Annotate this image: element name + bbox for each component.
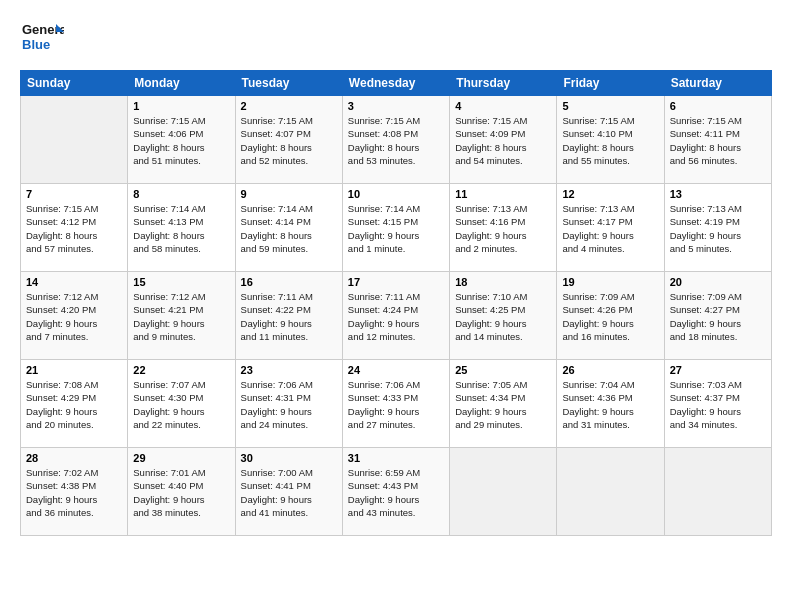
calendar-cell: 23Sunrise: 7:06 AMSunset: 4:31 PMDayligh…: [235, 360, 342, 448]
week-row-4: 21Sunrise: 7:08 AMSunset: 4:29 PMDayligh…: [21, 360, 772, 448]
calendar-cell: 12Sunrise: 7:13 AMSunset: 4:17 PMDayligh…: [557, 184, 664, 272]
calendar-cell: 16Sunrise: 7:11 AMSunset: 4:22 PMDayligh…: [235, 272, 342, 360]
calendar-cell: 17Sunrise: 7:11 AMSunset: 4:24 PMDayligh…: [342, 272, 449, 360]
day-number: 20: [670, 276, 766, 288]
day-number: 13: [670, 188, 766, 200]
calendar-cell: 20Sunrise: 7:09 AMSunset: 4:27 PMDayligh…: [664, 272, 771, 360]
calendar-cell: 14Sunrise: 7:12 AMSunset: 4:20 PMDayligh…: [21, 272, 128, 360]
calendar-cell: 13Sunrise: 7:13 AMSunset: 4:19 PMDayligh…: [664, 184, 771, 272]
week-row-2: 7Sunrise: 7:15 AMSunset: 4:12 PMDaylight…: [21, 184, 772, 272]
weekday-header-tuesday: Tuesday: [235, 71, 342, 96]
day-number: 30: [241, 452, 337, 464]
logo-svg: General Blue: [20, 16, 64, 60]
cell-content: Sunrise: 7:12 AMSunset: 4:21 PMDaylight:…: [133, 290, 229, 343]
cell-content: Sunrise: 7:14 AMSunset: 4:13 PMDaylight:…: [133, 202, 229, 255]
cell-content: Sunrise: 7:15 AMSunset: 4:08 PMDaylight:…: [348, 114, 444, 167]
weekday-header-monday: Monday: [128, 71, 235, 96]
day-number: 5: [562, 100, 658, 112]
day-number: 11: [455, 188, 551, 200]
week-row-1: 1Sunrise: 7:15 AMSunset: 4:06 PMDaylight…: [21, 96, 772, 184]
cell-content: Sunrise: 7:13 AMSunset: 4:19 PMDaylight:…: [670, 202, 766, 255]
cell-content: Sunrise: 7:13 AMSunset: 4:17 PMDaylight:…: [562, 202, 658, 255]
cell-content: Sunrise: 7:09 AMSunset: 4:27 PMDaylight:…: [670, 290, 766, 343]
calendar-cell: 5Sunrise: 7:15 AMSunset: 4:10 PMDaylight…: [557, 96, 664, 184]
cell-content: Sunrise: 7:05 AMSunset: 4:34 PMDaylight:…: [455, 378, 551, 431]
day-number: 26: [562, 364, 658, 376]
calendar-cell: 18Sunrise: 7:10 AMSunset: 4:25 PMDayligh…: [450, 272, 557, 360]
svg-text:Blue: Blue: [22, 37, 50, 52]
weekday-header-wednesday: Wednesday: [342, 71, 449, 96]
cell-content: Sunrise: 7:09 AMSunset: 4:26 PMDaylight:…: [562, 290, 658, 343]
calendar-cell: 28Sunrise: 7:02 AMSunset: 4:38 PMDayligh…: [21, 448, 128, 536]
cell-content: Sunrise: 7:06 AMSunset: 4:31 PMDaylight:…: [241, 378, 337, 431]
day-number: 1: [133, 100, 229, 112]
calendar-cell: 24Sunrise: 7:06 AMSunset: 4:33 PMDayligh…: [342, 360, 449, 448]
page: General Blue SundayMondayTuesdayWednesda…: [0, 0, 792, 612]
day-number: 27: [670, 364, 766, 376]
cell-content: Sunrise: 7:15 AMSunset: 4:07 PMDaylight:…: [241, 114, 337, 167]
cell-content: Sunrise: 7:00 AMSunset: 4:41 PMDaylight:…: [241, 466, 337, 519]
day-number: 15: [133, 276, 229, 288]
day-number: 4: [455, 100, 551, 112]
day-number: 2: [241, 100, 337, 112]
calendar-cell: 6Sunrise: 7:15 AMSunset: 4:11 PMDaylight…: [664, 96, 771, 184]
day-number: 31: [348, 452, 444, 464]
weekday-header-thursday: Thursday: [450, 71, 557, 96]
calendar-cell: [557, 448, 664, 536]
calendar-cell: 21Sunrise: 7:08 AMSunset: 4:29 PMDayligh…: [21, 360, 128, 448]
calendar-cell: 2Sunrise: 7:15 AMSunset: 4:07 PMDaylight…: [235, 96, 342, 184]
cell-content: Sunrise: 7:07 AMSunset: 4:30 PMDaylight:…: [133, 378, 229, 431]
day-number: 10: [348, 188, 444, 200]
day-number: 3: [348, 100, 444, 112]
cell-content: Sunrise: 7:08 AMSunset: 4:29 PMDaylight:…: [26, 378, 122, 431]
weekday-header-saturday: Saturday: [664, 71, 771, 96]
cell-content: Sunrise: 7:13 AMSunset: 4:16 PMDaylight:…: [455, 202, 551, 255]
day-number: 28: [26, 452, 122, 464]
calendar-cell: 25Sunrise: 7:05 AMSunset: 4:34 PMDayligh…: [450, 360, 557, 448]
cell-content: Sunrise: 7:15 AMSunset: 4:10 PMDaylight:…: [562, 114, 658, 167]
day-number: 12: [562, 188, 658, 200]
calendar-cell: 27Sunrise: 7:03 AMSunset: 4:37 PMDayligh…: [664, 360, 771, 448]
calendar-cell: 9Sunrise: 7:14 AMSunset: 4:14 PMDaylight…: [235, 184, 342, 272]
weekday-header-sunday: Sunday: [21, 71, 128, 96]
weekday-header-row: SundayMondayTuesdayWednesdayThursdayFrid…: [21, 71, 772, 96]
calendar-cell: [21, 96, 128, 184]
cell-content: Sunrise: 7:11 AMSunset: 4:22 PMDaylight:…: [241, 290, 337, 343]
calendar-cell: 3Sunrise: 7:15 AMSunset: 4:08 PMDaylight…: [342, 96, 449, 184]
day-number: 8: [133, 188, 229, 200]
calendar-cell: 10Sunrise: 7:14 AMSunset: 4:15 PMDayligh…: [342, 184, 449, 272]
calendar-cell: 4Sunrise: 7:15 AMSunset: 4:09 PMDaylight…: [450, 96, 557, 184]
calendar-cell: 26Sunrise: 7:04 AMSunset: 4:36 PMDayligh…: [557, 360, 664, 448]
day-number: 23: [241, 364, 337, 376]
cell-content: Sunrise: 7:14 AMSunset: 4:15 PMDaylight:…: [348, 202, 444, 255]
calendar-cell: 31Sunrise: 6:59 AMSunset: 4:43 PMDayligh…: [342, 448, 449, 536]
calendar-cell: 19Sunrise: 7:09 AMSunset: 4:26 PMDayligh…: [557, 272, 664, 360]
day-number: 19: [562, 276, 658, 288]
cell-content: Sunrise: 7:12 AMSunset: 4:20 PMDaylight:…: [26, 290, 122, 343]
cell-content: Sunrise: 7:15 AMSunset: 4:12 PMDaylight:…: [26, 202, 122, 255]
cell-content: Sunrise: 7:15 AMSunset: 4:06 PMDaylight:…: [133, 114, 229, 167]
cell-content: Sunrise: 7:15 AMSunset: 4:09 PMDaylight:…: [455, 114, 551, 167]
week-row-3: 14Sunrise: 7:12 AMSunset: 4:20 PMDayligh…: [21, 272, 772, 360]
day-number: 22: [133, 364, 229, 376]
calendar-cell: 29Sunrise: 7:01 AMSunset: 4:40 PMDayligh…: [128, 448, 235, 536]
day-number: 7: [26, 188, 122, 200]
cell-content: Sunrise: 7:11 AMSunset: 4:24 PMDaylight:…: [348, 290, 444, 343]
cell-content: Sunrise: 7:01 AMSunset: 4:40 PMDaylight:…: [133, 466, 229, 519]
calendar-table: SundayMondayTuesdayWednesdayThursdayFrid…: [20, 70, 772, 536]
logo: General Blue: [20, 16, 64, 60]
cell-content: Sunrise: 7:10 AMSunset: 4:25 PMDaylight:…: [455, 290, 551, 343]
day-number: 21: [26, 364, 122, 376]
day-number: 17: [348, 276, 444, 288]
cell-content: Sunrise: 7:03 AMSunset: 4:37 PMDaylight:…: [670, 378, 766, 431]
calendar-cell: 11Sunrise: 7:13 AMSunset: 4:16 PMDayligh…: [450, 184, 557, 272]
calendar-cell: [450, 448, 557, 536]
day-number: 6: [670, 100, 766, 112]
calendar-cell: [664, 448, 771, 536]
day-number: 29: [133, 452, 229, 464]
header: General Blue: [20, 16, 772, 60]
week-row-5: 28Sunrise: 7:02 AMSunset: 4:38 PMDayligh…: [21, 448, 772, 536]
day-number: 9: [241, 188, 337, 200]
day-number: 18: [455, 276, 551, 288]
day-number: 14: [26, 276, 122, 288]
